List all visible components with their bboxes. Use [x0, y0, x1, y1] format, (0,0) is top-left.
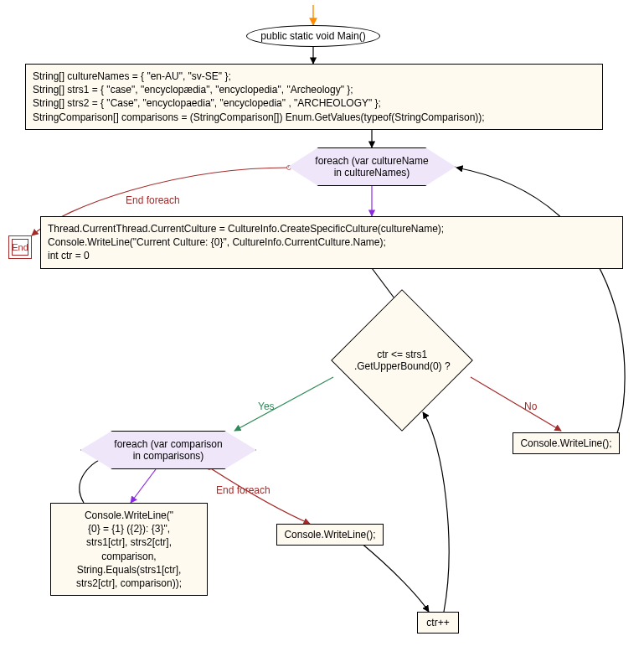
svg-line-6	[234, 377, 333, 431]
flowchart-canvas: public static void Main() String[] cultu…	[0, 0, 644, 662]
node-declarations: String[] cultureNames = { "en-AU", "sv-S…	[25, 64, 603, 130]
svg-line-7	[471, 377, 561, 431]
node-decision-text: ctr <= strs1 .GetUpperBound(0) ?	[349, 349, 456, 372]
node-loop-body: Thread.CurrentThread.CurrentCulture = Cu…	[40, 216, 623, 269]
node-main-ellipse: public static void Main()	[246, 25, 380, 47]
node-end: End	[8, 235, 32, 259]
svg-line-8	[131, 469, 156, 503]
node-end-label: End	[12, 242, 28, 252]
node-ctr-increment: ctr++	[417, 612, 459, 634]
label-no: No	[524, 401, 537, 412]
node-foreach-comparisons: foreach (var comparison in comparisons)	[80, 431, 256, 469]
node-decision-ctr: ctr <= strs1 .GetUpperBound(0) ?	[331, 289, 473, 432]
node-writeline-compare: Console.WriteLine(" {0} = {1} ({2}): {3}…	[50, 503, 208, 596]
node-main-text: public static void Main()	[260, 30, 365, 42]
node-foreach1-text: foreach (var cultureName in cultureNames…	[315, 155, 428, 178]
node-writeline-mid: Console.WriteLine();	[276, 524, 384, 546]
label-yes: Yes	[258, 401, 275, 412]
node-writeline-right: Console.WriteLine();	[513, 432, 620, 454]
node-foreach-culturenames: foreach (var cultureName in cultureNames…	[288, 147, 456, 186]
label-end-foreach-2: End foreach	[216, 484, 270, 496]
node-foreach2-text: foreach (var comparison in comparisons)	[114, 438, 222, 462]
label-end-foreach-1: End foreach	[126, 194, 180, 206]
